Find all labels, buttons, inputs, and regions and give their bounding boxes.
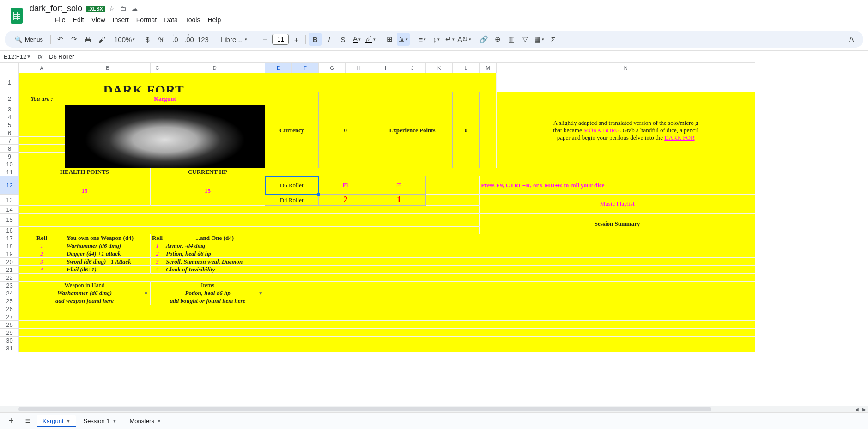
menu-tools[interactable]: Tools <box>182 14 204 25</box>
xp-value: 0 <box>453 92 480 168</box>
text-color-button[interactable]: A <box>350 33 363 46</box>
chart-button[interactable]: ▥ <box>505 33 518 46</box>
weapon-option-3: Sword (d6 dmg) +1 Attack <box>65 258 151 266</box>
menu-edit[interactable]: Edit <box>70 14 87 25</box>
fx-label: fx <box>33 53 47 60</box>
dark-fort-link[interactable]: DARK FOR <box>664 134 694 141</box>
add-item-hint[interactable]: add bought or found item here <box>151 297 265 305</box>
column-headers[interactable]: ABCD EF GHIJKLMN <box>0 63 755 73</box>
comment-button[interactable]: ⊕ <box>491 33 504 46</box>
music-playlist-link[interactable]: Music Playlist <box>480 195 755 214</box>
weapon-option-2: Dagger (d4) +1 attack <box>65 250 151 258</box>
toolbar: 🔍 Menus ↶ ↷ 🖶 🖌 100% $ % ←.0 →.00 123 Li… <box>5 31 863 48</box>
roll-header-1: Roll <box>19 234 65 242</box>
font-select[interactable]: Libre ... <box>215 33 252 46</box>
menu-format[interactable]: Format <box>133 14 160 25</box>
fill-color-button[interactable]: 🖉 <box>364 33 377 46</box>
italic-button[interactable]: I <box>322 33 335 46</box>
item-header: ...and One (d4) <box>164 234 265 242</box>
d4-roller-label: D4 Roller <box>265 195 319 206</box>
item-option-4: Cloak of Invisibility <box>164 266 265 274</box>
grid-area[interactable]: ABCD EF GHIJKLMN 1 DARK FORT 2 You are :… <box>0 62 868 408</box>
menu-bar: File Edit View Insert Format Data Tools … <box>30 14 246 27</box>
sheets-logo[interactable] <box>7 6 26 25</box>
cur-hp-header: CURRENT HP <box>151 168 265 176</box>
roll-header-2: Roll <box>151 234 164 242</box>
d4-result-1: 2 <box>319 195 372 206</box>
h-align-button[interactable]: ≡ <box>416 33 429 46</box>
xlsx-badge: .XLSX <box>86 6 105 12</box>
you-are-label: You are : <box>19 92 65 105</box>
currency-format-button[interactable]: $ <box>141 33 154 46</box>
d6-result-1: ⚄ <box>319 176 372 195</box>
search-menus[interactable]: 🔍 Menus <box>10 36 48 43</box>
cur-hp-value: 15 <box>151 176 265 206</box>
search-icon: 🔍 <box>15 36 22 43</box>
increase-decimal-button[interactable]: →.00 <box>182 33 195 46</box>
merge-button[interactable]: ⇲ <box>397 33 410 46</box>
formula-bar: E12:F12 ▼ fx D6 Roller <box>0 50 868 62</box>
chevron-down-icon: ▼ <box>144 291 148 296</box>
functions-button[interactable]: Σ <box>546 33 559 46</box>
print-button[interactable]: 🖶 <box>81 33 94 46</box>
filter-views-button[interactable]: ▦ <box>533 33 546 46</box>
rotate-button[interactable]: A↻ <box>457 33 471 46</box>
collapse-toolbar-button[interactable]: ᐱ <box>845 33 858 46</box>
font-size-decrease[interactable]: − <box>258 33 271 46</box>
font-size-increase[interactable]: + <box>290 33 303 46</box>
menu-data[interactable]: Data <box>161 14 181 25</box>
menu-help[interactable]: Help <box>204 14 224 25</box>
add-weapon-hint[interactable]: add weapon found here <box>19 297 151 305</box>
chevron-down-icon: ▼ <box>258 291 263 296</box>
weapon-select[interactable]: Warhammer (d6 dmg)▼ <box>19 289 151 297</box>
item-option-3: Scroll. Summon weak Daemon <box>164 258 265 266</box>
menu-view[interactable]: View <box>88 14 109 25</box>
cloud-icon[interactable]: ☁ <box>132 5 138 12</box>
paint-format-button[interactable]: 🖌 <box>95 33 108 46</box>
hp-header: HEALTH POINTS <box>19 168 151 176</box>
v-align-button[interactable]: ↕ <box>430 33 443 46</box>
wrap-button[interactable]: ↵ <box>443 33 456 46</box>
zoom-select[interactable]: 100% <box>114 33 135 46</box>
weapon-option-1: Warhammer (d6 dmg) <box>65 242 151 250</box>
borders-button[interactable]: ⊞ <box>383 33 396 46</box>
chevron-down-icon: ▼ <box>26 54 31 59</box>
redo-button[interactable]: ↷ <box>67 33 80 46</box>
d6-roller-label: D6 Roller <box>265 176 319 195</box>
intro-text: A slightly adapted and translated versio… <box>497 92 755 168</box>
menu-insert[interactable]: Insert <box>109 14 132 25</box>
item-select[interactable]: Potion, heal d6 hp▼ <box>151 289 265 297</box>
more-formats-button[interactable]: 123 <box>196 33 209 46</box>
name-box[interactable]: E12:F12 ▼ <box>0 51 33 62</box>
title-bar: dark_fort_solo .XLSX ☆ 🗀 ☁ File Edit Vie… <box>0 0 868 31</box>
horizontal-scrollbar[interactable]: ◀ ▶ <box>0 406 868 408</box>
weapon-header: You own one Weapon (d4) <box>65 234 151 242</box>
grid-table: ABCD EF GHIJKLMN 1 DARK FORT 2 You are :… <box>0 62 755 352</box>
item-option-2: Potion, heal d6 hp <box>164 250 265 258</box>
mork-borg-link[interactable]: MÖRK BORG <box>583 127 619 134</box>
formula-input[interactable]: D6 Roller <box>47 53 868 60</box>
move-icon[interactable]: 🗀 <box>120 5 126 12</box>
item-option-1: Armor, -d4 dmg <box>164 242 265 250</box>
d6-result-2: ⚄ <box>372 176 426 195</box>
menu-file[interactable]: File <box>52 14 69 25</box>
currency-value: 0 <box>319 92 372 168</box>
roll-instructions: Press F9, CTRL+R, or CMD+R to roll your … <box>480 176 755 195</box>
bold-button[interactable]: B <box>309 33 322 46</box>
hp-value: 15 <box>19 176 151 206</box>
xp-label: Experience Points <box>374 127 451 134</box>
d4-result-2: 1 <box>372 195 426 206</box>
weapon-in-hand-header: Weapon in Hand <box>19 282 151 289</box>
star-icon[interactable]: ☆ <box>109 5 115 12</box>
filter-button[interactable]: ▽ <box>519 33 532 46</box>
currency-label: Currency <box>267 127 317 134</box>
font-size-input[interactable] <box>272 34 289 45</box>
link-button[interactable]: 🔗 <box>477 33 490 46</box>
strike-button[interactable]: S <box>336 33 349 46</box>
weapon-option-4: Flail (d6+1) <box>65 266 151 274</box>
percent-format-button[interactable]: % <box>155 33 168 46</box>
doc-title[interactable]: dark_fort_solo <box>30 4 82 13</box>
undo-button[interactable]: ↶ <box>54 33 67 46</box>
decrease-decimal-button[interactable]: ←.0 <box>169 33 182 46</box>
character-image <box>65 105 265 168</box>
